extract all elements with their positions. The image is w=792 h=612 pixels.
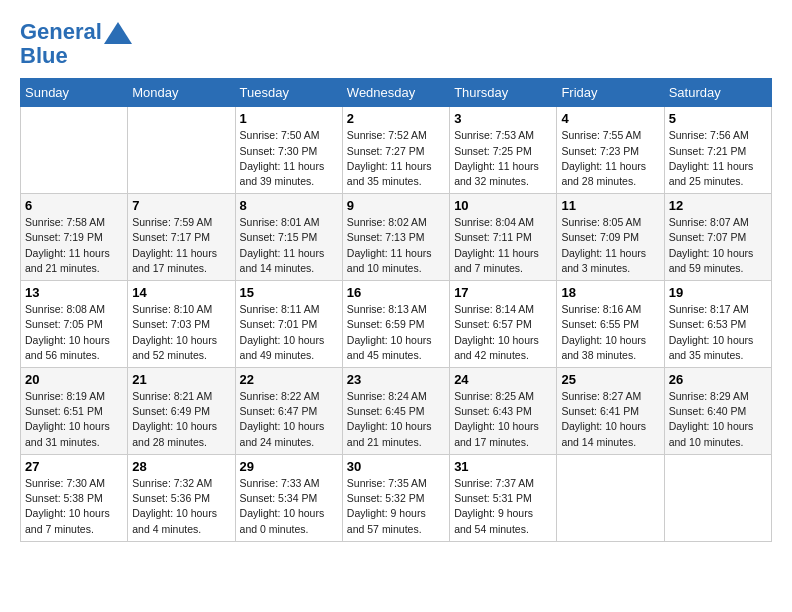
calendar-cell: 11Sunrise: 8:05 AM Sunset: 7:09 PM Dayli… <box>557 194 664 281</box>
day-info: Sunrise: 8:11 AM Sunset: 7:01 PM Dayligh… <box>240 302 338 363</box>
day-number: 9 <box>347 198 445 213</box>
calendar-cell: 3Sunrise: 7:53 AM Sunset: 7:25 PM Daylig… <box>450 107 557 194</box>
day-number: 7 <box>132 198 230 213</box>
day-info: Sunrise: 8:27 AM Sunset: 6:41 PM Dayligh… <box>561 389 659 450</box>
calendar-cell: 9Sunrise: 8:02 AM Sunset: 7:13 PM Daylig… <box>342 194 449 281</box>
calendar-cell: 28Sunrise: 7:32 AM Sunset: 5:36 PM Dayli… <box>128 454 235 541</box>
day-number: 5 <box>669 111 767 126</box>
day-info: Sunrise: 8:05 AM Sunset: 7:09 PM Dayligh… <box>561 215 659 276</box>
calendar-cell <box>557 454 664 541</box>
day-info: Sunrise: 8:29 AM Sunset: 6:40 PM Dayligh… <box>669 389 767 450</box>
day-info: Sunrise: 7:37 AM Sunset: 5:31 PM Dayligh… <box>454 476 552 537</box>
calendar-cell: 6Sunrise: 7:58 AM Sunset: 7:19 PM Daylig… <box>21 194 128 281</box>
day-number: 30 <box>347 459 445 474</box>
day-number: 12 <box>669 198 767 213</box>
day-number: 17 <box>454 285 552 300</box>
calendar-cell: 8Sunrise: 8:01 AM Sunset: 7:15 PM Daylig… <box>235 194 342 281</box>
day-info: Sunrise: 8:17 AM Sunset: 6:53 PM Dayligh… <box>669 302 767 363</box>
calendar-cell: 15Sunrise: 8:11 AM Sunset: 7:01 PM Dayli… <box>235 281 342 368</box>
calendar-cell: 2Sunrise: 7:52 AM Sunset: 7:27 PM Daylig… <box>342 107 449 194</box>
day-number: 28 <box>132 459 230 474</box>
calendar-week-row: 1Sunrise: 7:50 AM Sunset: 7:30 PM Daylig… <box>21 107 772 194</box>
weekday-header-row: SundayMondayTuesdayWednesdayThursdayFrid… <box>21 79 772 107</box>
day-number: 24 <box>454 372 552 387</box>
day-number: 19 <box>669 285 767 300</box>
logo: GeneralBlue <box>20 20 132 68</box>
day-info: Sunrise: 7:58 AM Sunset: 7:19 PM Dayligh… <box>25 215 123 276</box>
day-number: 20 <box>25 372 123 387</box>
day-number: 25 <box>561 372 659 387</box>
calendar-week-row: 20Sunrise: 8:19 AM Sunset: 6:51 PM Dayli… <box>21 368 772 455</box>
calendar-cell: 1Sunrise: 7:50 AM Sunset: 7:30 PM Daylig… <box>235 107 342 194</box>
day-info: Sunrise: 7:52 AM Sunset: 7:27 PM Dayligh… <box>347 128 445 189</box>
day-number: 18 <box>561 285 659 300</box>
day-number: 22 <box>240 372 338 387</box>
day-info: Sunrise: 7:59 AM Sunset: 7:17 PM Dayligh… <box>132 215 230 276</box>
day-info: Sunrise: 7:32 AM Sunset: 5:36 PM Dayligh… <box>132 476 230 537</box>
calendar-cell: 29Sunrise: 7:33 AM Sunset: 5:34 PM Dayli… <box>235 454 342 541</box>
day-number: 13 <box>25 285 123 300</box>
calendar-cell: 25Sunrise: 8:27 AM Sunset: 6:41 PM Dayli… <box>557 368 664 455</box>
calendar-cell: 18Sunrise: 8:16 AM Sunset: 6:55 PM Dayli… <box>557 281 664 368</box>
calendar-cell <box>664 454 771 541</box>
calendar-cell: 14Sunrise: 8:10 AM Sunset: 7:03 PM Dayli… <box>128 281 235 368</box>
day-info: Sunrise: 7:30 AM Sunset: 5:38 PM Dayligh… <box>25 476 123 537</box>
day-number: 8 <box>240 198 338 213</box>
calendar-cell <box>128 107 235 194</box>
day-info: Sunrise: 8:22 AM Sunset: 6:47 PM Dayligh… <box>240 389 338 450</box>
day-number: 10 <box>454 198 552 213</box>
page-header: GeneralBlue <box>20 20 772 68</box>
calendar-cell: 5Sunrise: 7:56 AM Sunset: 7:21 PM Daylig… <box>664 107 771 194</box>
calendar-cell: 10Sunrise: 8:04 AM Sunset: 7:11 PM Dayli… <box>450 194 557 281</box>
calendar-cell: 22Sunrise: 8:22 AM Sunset: 6:47 PM Dayli… <box>235 368 342 455</box>
calendar-cell: 4Sunrise: 7:55 AM Sunset: 7:23 PM Daylig… <box>557 107 664 194</box>
day-info: Sunrise: 8:01 AM Sunset: 7:15 PM Dayligh… <box>240 215 338 276</box>
calendar-cell <box>21 107 128 194</box>
day-number: 1 <box>240 111 338 126</box>
calendar-week-row: 27Sunrise: 7:30 AM Sunset: 5:38 PM Dayli… <box>21 454 772 541</box>
calendar-table: SundayMondayTuesdayWednesdayThursdayFrid… <box>20 78 772 541</box>
day-number: 26 <box>669 372 767 387</box>
day-info: Sunrise: 7:33 AM Sunset: 5:34 PM Dayligh… <box>240 476 338 537</box>
day-info: Sunrise: 8:08 AM Sunset: 7:05 PM Dayligh… <box>25 302 123 363</box>
weekday-header: Monday <box>128 79 235 107</box>
day-number: 6 <box>25 198 123 213</box>
day-info: Sunrise: 8:04 AM Sunset: 7:11 PM Dayligh… <box>454 215 552 276</box>
calendar-cell: 23Sunrise: 8:24 AM Sunset: 6:45 PM Dayli… <box>342 368 449 455</box>
day-info: Sunrise: 8:19 AM Sunset: 6:51 PM Dayligh… <box>25 389 123 450</box>
calendar-cell: 13Sunrise: 8:08 AM Sunset: 7:05 PM Dayli… <box>21 281 128 368</box>
day-number: 15 <box>240 285 338 300</box>
day-info: Sunrise: 7:35 AM Sunset: 5:32 PM Dayligh… <box>347 476 445 537</box>
logo-text: GeneralBlue <box>20 20 132 68</box>
day-number: 3 <box>454 111 552 126</box>
calendar-cell: 12Sunrise: 8:07 AM Sunset: 7:07 PM Dayli… <box>664 194 771 281</box>
day-number: 23 <box>347 372 445 387</box>
day-info: Sunrise: 7:53 AM Sunset: 7:25 PM Dayligh… <box>454 128 552 189</box>
day-number: 29 <box>240 459 338 474</box>
weekday-header: Sunday <box>21 79 128 107</box>
day-info: Sunrise: 8:25 AM Sunset: 6:43 PM Dayligh… <box>454 389 552 450</box>
day-info: Sunrise: 7:50 AM Sunset: 7:30 PM Dayligh… <box>240 128 338 189</box>
calendar-cell: 20Sunrise: 8:19 AM Sunset: 6:51 PM Dayli… <box>21 368 128 455</box>
calendar-cell: 16Sunrise: 8:13 AM Sunset: 6:59 PM Dayli… <box>342 281 449 368</box>
day-info: Sunrise: 8:07 AM Sunset: 7:07 PM Dayligh… <box>669 215 767 276</box>
calendar-cell: 31Sunrise: 7:37 AM Sunset: 5:31 PM Dayli… <box>450 454 557 541</box>
day-number: 27 <box>25 459 123 474</box>
day-info: Sunrise: 7:55 AM Sunset: 7:23 PM Dayligh… <box>561 128 659 189</box>
calendar-cell: 27Sunrise: 7:30 AM Sunset: 5:38 PM Dayli… <box>21 454 128 541</box>
calendar-cell: 19Sunrise: 8:17 AM Sunset: 6:53 PM Dayli… <box>664 281 771 368</box>
day-number: 4 <box>561 111 659 126</box>
day-info: Sunrise: 8:13 AM Sunset: 6:59 PM Dayligh… <box>347 302 445 363</box>
day-number: 21 <box>132 372 230 387</box>
day-info: Sunrise: 8:02 AM Sunset: 7:13 PM Dayligh… <box>347 215 445 276</box>
weekday-header: Tuesday <box>235 79 342 107</box>
day-info: Sunrise: 8:24 AM Sunset: 6:45 PM Dayligh… <box>347 389 445 450</box>
day-info: Sunrise: 7:56 AM Sunset: 7:21 PM Dayligh… <box>669 128 767 189</box>
day-number: 31 <box>454 459 552 474</box>
calendar-cell: 7Sunrise: 7:59 AM Sunset: 7:17 PM Daylig… <box>128 194 235 281</box>
calendar-week-row: 6Sunrise: 7:58 AM Sunset: 7:19 PM Daylig… <box>21 194 772 281</box>
calendar-week-row: 13Sunrise: 8:08 AM Sunset: 7:05 PM Dayli… <box>21 281 772 368</box>
day-info: Sunrise: 8:10 AM Sunset: 7:03 PM Dayligh… <box>132 302 230 363</box>
calendar-cell: 21Sunrise: 8:21 AM Sunset: 6:49 PM Dayli… <box>128 368 235 455</box>
svg-marker-0 <box>104 22 132 44</box>
